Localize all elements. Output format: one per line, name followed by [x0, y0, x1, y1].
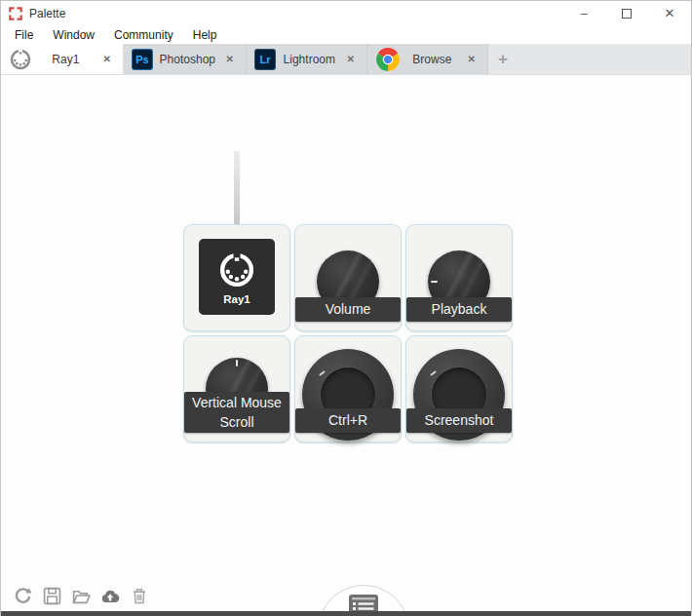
tab-browse[interactable]: Browse ✕: [367, 44, 488, 74]
open-folder-icon: [71, 587, 91, 605]
module-playback[interactable]: Playback: [405, 224, 513, 331]
module-label[interactable]: Ctrl+R: [295, 408, 401, 433]
menu-file[interactable]: File: [5, 28, 43, 42]
module-screenshot[interactable]: Screenshot: [405, 335, 513, 443]
knob-indicator: [431, 281, 438, 284]
module-label[interactable]: Volume: [295, 297, 401, 322]
add-tab-button[interactable]: +: [488, 44, 518, 74]
minimize-button[interactable]: –: [562, 1, 605, 25]
refresh-button[interactable]: [13, 586, 32, 605]
refresh-icon: [14, 587, 32, 605]
usb-cable: [234, 151, 240, 225]
tab-photoshop-label: Photoshop: [153, 53, 222, 66]
module-vertical-mouse-scroll[interactable]: Vertical Mouse Scroll: [183, 335, 290, 443]
cloud-upload-icon: [100, 587, 120, 605]
tab-browse-label: Browse: [401, 53, 464, 66]
palette-logo-icon: [9, 7, 22, 20]
menu-community[interactable]: Community: [104, 28, 183, 42]
tab-ray1-close-icon[interactable]: ✕: [99, 52, 115, 66]
window-controls: – ✕: [562, 1, 691, 25]
chrome-icon: [375, 47, 401, 72]
tab-bar: Ray1 ✕ Ps Photoshop ✕ Lr Lightroom ✕ Bro…: [1, 44, 691, 75]
module-core-ray1[interactable]: Ray1: [183, 224, 290, 331]
menu-window[interactable]: Window: [43, 28, 104, 42]
photoshop-icon: Ps: [132, 49, 153, 70]
delete-button[interactable]: [130, 586, 149, 605]
maximize-button[interactable]: [605, 1, 648, 25]
trash-icon: [131, 587, 148, 605]
close-button[interactable]: ✕: [648, 1, 691, 25]
tab-browse-close-icon[interactable]: ✕: [464, 52, 480, 66]
midi-din-icon: [216, 250, 257, 290]
module-label[interactable]: Screenshot: [406, 408, 512, 433]
menu-bar: File Window Community Help: [1, 25, 691, 44]
midi-din-icon: [9, 48, 32, 71]
tab-lightroom-label: Lightroom: [276, 53, 343, 66]
core-module-label: Ray1: [223, 293, 250, 305]
tab-ray1-label: Ray1: [32, 53, 99, 66]
title-bar: Palette – ✕: [1, 1, 691, 25]
tabbar-filler: [518, 44, 691, 74]
cloud-upload-button[interactable]: [100, 586, 120, 605]
module-label[interactable]: Playback: [406, 297, 512, 322]
workspace-canvas: Ray1 Volume Playback Vertical Mouse Scro…: [1, 75, 691, 616]
knob-indicator: [236, 360, 239, 366]
window-title: Palette: [29, 7, 65, 20]
bottom-toolbar: [13, 586, 149, 605]
tab-lightroom[interactable]: Lr Lightroom ✕: [247, 44, 367, 74]
open-file-button[interactable]: [71, 586, 91, 605]
tab-lightroom-close-icon[interactable]: ✕: [343, 52, 359, 66]
bottom-border-bar: [1, 611, 691, 616]
palette-app-window: Palette – ✕ File Window Community Help: [0, 0, 692, 616]
save-icon: [43, 587, 61, 605]
maximize-icon: [622, 9, 632, 19]
dial-highlight: [430, 370, 437, 376]
tab-ray1[interactable]: Ray1 ✕: [1, 44, 124, 74]
dial-highlight: [319, 370, 326, 376]
menu-help[interactable]: Help: [183, 28, 227, 42]
module-ctrl-r[interactable]: Ctrl+R: [294, 335, 402, 443]
tab-photoshop-close-icon[interactable]: ✕: [222, 52, 238, 66]
core-module-face: Ray1: [199, 239, 275, 315]
lightroom-icon: Lr: [254, 49, 276, 70]
tab-photoshop[interactable]: Ps Photoshop ✕: [124, 44, 247, 74]
module-label[interactable]: Vertical Mouse Scroll: [184, 392, 289, 433]
module-volume[interactable]: Volume: [294, 224, 402, 331]
save-button[interactable]: [42, 586, 61, 605]
